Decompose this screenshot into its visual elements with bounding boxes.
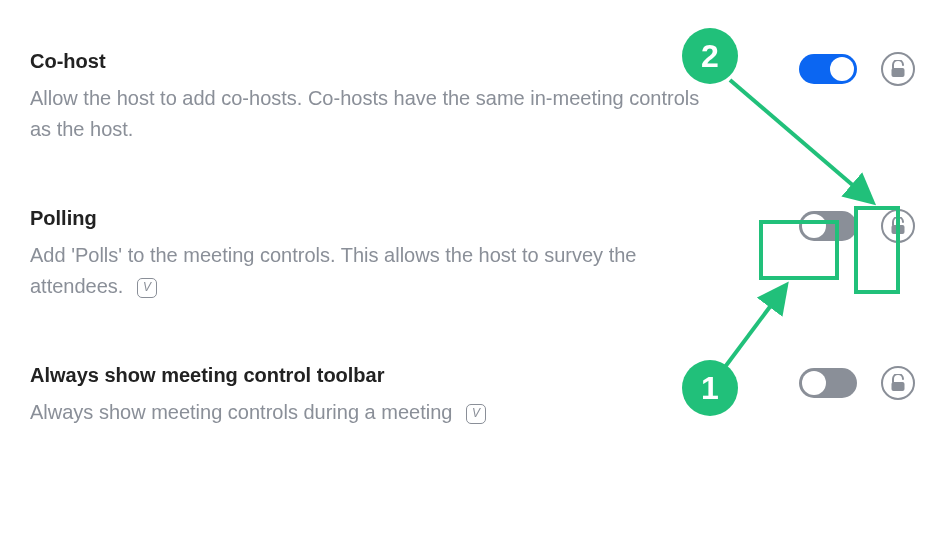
lock-button-cohost[interactable] <box>881 52 915 86</box>
setting-controls-toolbar <box>730 364 915 400</box>
svg-rect-1 <box>892 225 905 234</box>
toggle-cohost[interactable] <box>799 54 857 84</box>
setting-title-cohost: Co-host <box>30 50 700 73</box>
setting-title-polling: Polling <box>30 207 700 230</box>
setting-desc-text: Always show meeting controls during a me… <box>30 401 452 423</box>
annotation-marker-2: 2 <box>682 28 738 84</box>
unlock-icon <box>890 374 906 392</box>
version-badge-icon: V <box>137 278 157 298</box>
setting-text-polling: Polling Add 'Polls' to the meeting contr… <box>30 207 730 302</box>
setting-text-toolbar: Always show meeting control toolbar Alwa… <box>30 364 730 428</box>
setting-desc-polling: Add 'Polls' to the meeting controls. Thi… <box>30 240 700 302</box>
setting-title-toolbar: Always show meeting control toolbar <box>30 364 700 387</box>
toggle-knob <box>802 371 826 395</box>
svg-rect-0 <box>892 68 905 77</box>
toggle-toolbar[interactable] <box>799 368 857 398</box>
toggle-polling[interactable] <box>799 211 857 241</box>
annotation-marker-1: 1 <box>682 360 738 416</box>
unlock-icon <box>890 60 906 78</box>
setting-text-cohost: Co-host Allow the host to add co-hosts. … <box>30 50 730 145</box>
lock-button-toolbar[interactable] <box>881 366 915 400</box>
toggle-knob <box>830 57 854 81</box>
version-badge-icon: V <box>466 404 486 424</box>
setting-desc-text: Add 'Polls' to the meeting controls. Thi… <box>30 244 636 297</box>
setting-row-polling: Polling Add 'Polls' to the meeting contr… <box>30 207 915 302</box>
setting-controls-cohost <box>730 50 915 86</box>
setting-row-cohost: Co-host Allow the host to add co-hosts. … <box>30 50 915 145</box>
lock-button-polling[interactable] <box>881 209 915 243</box>
unlock-icon <box>890 217 906 235</box>
toggle-knob <box>802 214 826 238</box>
setting-row-toolbar: Always show meeting control toolbar Alwa… <box>30 364 915 428</box>
setting-controls-polling <box>730 207 915 243</box>
svg-rect-2 <box>892 382 905 391</box>
setting-desc-cohost: Allow the host to add co-hosts. Co-hosts… <box>30 83 700 145</box>
settings-page: Co-host Allow the host to add co-hosts. … <box>0 0 945 552</box>
setting-desc-toolbar: Always show meeting controls during a me… <box>30 397 700 428</box>
